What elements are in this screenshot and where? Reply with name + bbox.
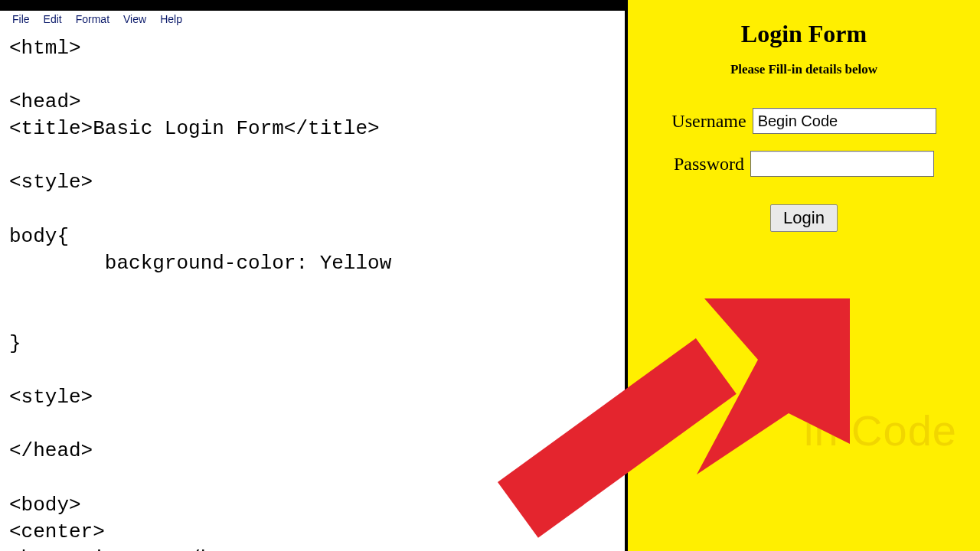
code-line: body{ [9,225,69,248]
preview-pane: Login Form Please Fill-in details below … [628,0,980,551]
code-area[interactable]: <html> <head> <title>Basic Login Form</t… [0,28,625,551]
code-line: </head> [9,439,93,462]
login-button[interactable]: Login [770,204,838,232]
preview-heading: Login Form [628,20,980,48]
menu-help[interactable]: Help [154,12,188,26]
code-line: background-color: Yellow [9,252,391,275]
menu-view[interactable]: View [117,12,152,26]
code-line: } [9,332,21,355]
username-label: Username [671,111,746,132]
code-line: <h3>Login Form</h3> [9,547,236,551]
menubar: File Edit Format View Help [0,11,625,28]
username-row: Username [628,108,980,134]
code-line: <body> [9,494,81,517]
password-row: Password [628,151,980,177]
code-line: <title>Basic Login Form</title> [9,117,380,140]
menu-format[interactable]: Format [70,12,116,26]
menu-edit[interactable]: Edit [38,12,68,26]
app-root: File Edit Format View Help <html> <head>… [0,0,980,551]
username-input[interactable] [753,108,936,134]
code-line: <style> [9,386,93,409]
password-label: Password [674,154,744,174]
code-line: <style> [9,171,93,194]
code-line: <head> [9,90,81,113]
titlebar [0,0,625,11]
password-input[interactable] [750,151,934,177]
preview-subheading: Please Fill-in details below [628,62,980,77]
menu-file[interactable]: File [6,12,36,26]
code-line: <html> [9,37,81,60]
editor-pane: File Edit Format View Help <html> <head>… [0,0,628,551]
code-line: <center> [9,520,105,543]
